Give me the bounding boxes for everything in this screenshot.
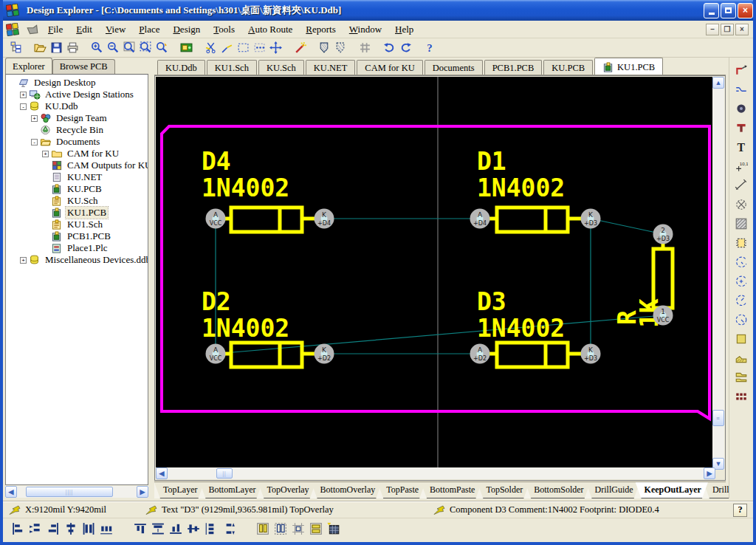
status-help-button[interactable]: ? [733, 504, 747, 517]
align-top-button[interactable] [131, 521, 149, 539]
down-arrow-icon[interactable] [25, 23, 38, 36]
tree-item-place1-plc[interactable]: Place1.Plc [6, 242, 148, 254]
pcb-drawing[interactable]: D41N4002D11N4002D21N4002D31N4002R1KAVCCK… [156, 77, 715, 470]
tree-item-documents[interactable]: -Documents [6, 136, 148, 148]
menu-window[interactable]: Window [343, 22, 388, 37]
place-fill-circle-button[interactable] [732, 196, 751, 216]
center-horizontal-button[interactable] [62, 521, 80, 539]
align-left-button[interactable] [9, 521, 27, 539]
menu-help[interactable]: Help [388, 22, 420, 37]
line-tool-button[interactable] [219, 40, 235, 56]
doc-tab-cam-for-ku[interactable]: CAM for KU [357, 60, 422, 75]
place-room-array-button[interactable] [325, 521, 343, 539]
menu-tools[interactable]: Tools [207, 22, 241, 37]
layer-tab-bottomsolder[interactable]: BottomSolder [525, 482, 590, 498]
doc-tab-ku1-sch[interactable]: KU1.Sch [207, 60, 257, 75]
menu-file[interactable]: File [41, 22, 69, 37]
maximize-button[interactable] [721, 3, 736, 18]
deselect-button[interactable] [251, 40, 267, 56]
open-document-button[interactable] [32, 40, 48, 56]
polygon-pour-button[interactable] [316, 40, 332, 56]
align-component-pads-button[interactable] [307, 521, 325, 539]
tree-item-ku-ddb[interactable]: -KU.Ddb [6, 100, 148, 112]
tree-item-ku-pcb[interactable]: KU.PCB [6, 183, 148, 195]
zoom-selection-button[interactable] [137, 40, 154, 56]
scrollbar-thumb[interactable]: ≡ [712, 410, 724, 426]
doc-tab-ku-sch[interactable]: KU.Sch [258, 60, 304, 75]
cut-track-button[interactable] [202, 40, 219, 56]
layer-tab-topoverlay[interactable]: TopOverlay [258, 482, 315, 498]
menu-reports[interactable]: Reports [299, 22, 342, 37]
doc-tab-ku1-pcb[interactable]: KU1.PCB [594, 58, 663, 75]
grid-toggle-button[interactable] [357, 40, 373, 56]
zoom-window-button[interactable] [121, 40, 137, 56]
expand-icon[interactable]: + [20, 92, 27, 98]
polygon-edit-button[interactable] [332, 40, 348, 56]
layer-tab-bottomlayer[interactable]: BottomLayer [199, 482, 262, 498]
place-pad-button[interactable] [732, 100, 751, 120]
child-minimize-button[interactable]: – [706, 24, 719, 35]
doc-tab-ku-net[interactable]: KU.NET [306, 60, 355, 75]
full-circle-button[interactable] [732, 312, 751, 331]
scrollbar-thumb[interactable]: |||| [26, 487, 113, 497]
zoom-point-button[interactable] [154, 40, 170, 56]
scroll-left-icon[interactable]: ◀ [156, 467, 168, 479]
menu-view[interactable]: View [99, 22, 132, 37]
space-horizontal-button[interactable] [97, 521, 115, 539]
expand-icon[interactable]: + [20, 257, 27, 264]
place-text-button[interactable]: T [732, 139, 751, 158]
save-button[interactable] [48, 40, 64, 56]
child-restore-button[interactable]: ❐ [721, 24, 734, 35]
scroll-right-icon[interactable]: ▶ [137, 486, 148, 498]
scroll-left-icon[interactable]: ◀ [5, 486, 17, 498]
expand-icon[interactable]: + [31, 115, 38, 122]
tree-item-ku1-sch[interactable]: KU1.Sch [6, 219, 148, 230]
menu-auto-route[interactable]: Auto Route [241, 22, 299, 37]
place-coordinate-button[interactable]: 10,10 [732, 158, 751, 177]
center-vertical-button[interactable] [185, 521, 202, 539]
collapse-icon[interactable]: - [20, 103, 27, 110]
menu-design[interactable]: Design [166, 22, 207, 37]
select-area-button[interactable] [235, 40, 251, 56]
layer-tab-topsolder[interactable]: TopSolder [477, 482, 529, 498]
scroll-right-icon[interactable]: ▶ [704, 467, 715, 479]
collapse-icon[interactable]: - [31, 139, 38, 145]
place-hatched-plane-button[interactable] [732, 216, 751, 235]
tree-item-cam-outputs-for-ku[interactable]: CAM Outputs for KU [6, 160, 148, 171]
scroll-up-icon[interactable]: ▲ [712, 77, 724, 89]
print-button[interactable] [64, 40, 80, 56]
align-bottom-button[interactable] [167, 521, 185, 539]
pcb-canvas[interactable]: D41N4002D11N4002D21N4002D31N4002R1KAVCCK… [156, 77, 715, 473]
close-button[interactable]: × [738, 3, 753, 18]
menu-edit[interactable]: Edit [69, 22, 99, 37]
place-dimension-button[interactable] [732, 177, 751, 196]
title-bar[interactable]: Design Explorer - [C:\Documents and Sett… [0, 0, 756, 21]
place-component-button[interactable] [732, 235, 751, 254]
arc-by-edge-button[interactable] [732, 273, 751, 292]
tree-item-cam-for-ku[interactable]: +CAM for KU [6, 148, 148, 160]
doc-tab-documents[interactable]: Documents [425, 60, 483, 75]
app-menu-icon[interactable] [6, 23, 19, 36]
align-right-button[interactable] [44, 521, 62, 539]
help-button[interactable]: ? [422, 40, 438, 56]
layer-tab-bottompaste[interactable]: BottomPaste [421, 482, 481, 498]
spread-vertical-button[interactable] [220, 521, 238, 539]
tree-item-ku1-pcb[interactable]: KU1.PCB [6, 207, 148, 219]
arc-any-angle-button[interactable] [732, 292, 751, 312]
tree-item-design-desktop[interactable]: Design Desktop [6, 77, 148, 89]
screenshot-camera-button[interactable] [178, 40, 194, 56]
panel-tab-browse-pcb[interactable]: Browse PCB [52, 59, 115, 74]
place-via-button[interactable] [732, 120, 751, 139]
arc-by-center-button[interactable] [732, 254, 751, 273]
shift-left-button[interactable] [27, 521, 44, 539]
tree-item-recycle-bin[interactable]: Recycle Bin [6, 124, 148, 136]
tree-item-ku-net[interactable]: KU.NET [6, 171, 148, 183]
doc-tab-pcb1-pcb[interactable]: PCB1.PCB [484, 60, 543, 75]
minimize-button[interactable] [704, 3, 719, 18]
tree-item-pcb1-pcb[interactable]: PCB1.PCB [6, 230, 148, 242]
distribute-horizontal-button[interactable] [80, 521, 97, 539]
doc-tab-ku-ddb[interactable]: KU.Ddb [157, 60, 205, 75]
arc-mode-button[interactable] [732, 81, 751, 100]
doc-tab-ku-pcb[interactable]: KU.PCB [543, 60, 593, 75]
undo-button[interactable] [381, 40, 397, 56]
